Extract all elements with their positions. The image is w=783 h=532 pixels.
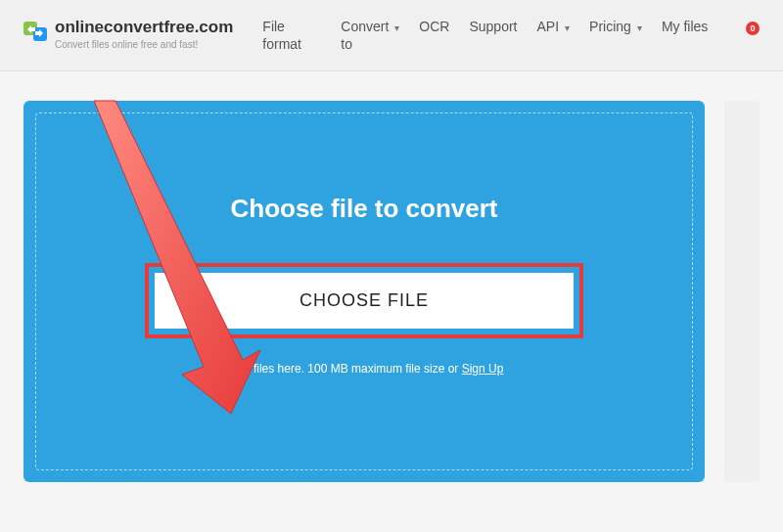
nav-pricing[interactable]: Pricing▾ [589,18,642,53]
chevron-down-icon: ▾ [637,22,642,34]
nav-my-files[interactable]: My files [662,18,708,53]
logo-block[interactable]: onlineconvertfree.com Convert files onli… [23,18,233,50]
logo-subtitle: Convert files online free and fast! [55,39,233,50]
upload-dropzone[interactable]: Choose file to convert CHOOSE FILE Drop … [35,112,693,470]
sidebar-placeholder [724,101,760,482]
choose-file-highlight: CHOOSE FILE [145,263,583,338]
main: Choose file to convert CHOOSE FILE Drop … [0,71,783,482]
choose-file-button[interactable]: CHOOSE FILE [155,273,574,329]
sign-up-link[interactable]: Sign Up [462,362,504,376]
header: onlineconvertfree.com Convert files onli… [0,0,783,71]
logo-icon [23,20,47,43]
logo-title: onlineconvertfree.com [55,18,233,37]
chevron-down-icon: ▾ [394,22,399,34]
chevron-down-icon: ▾ [565,22,570,34]
nav-file-format[interactable]: File format [262,18,321,53]
nav-ocr[interactable]: OCR [419,18,449,53]
drop-hint: Drop files here. 100 MB maximum file siz… [36,362,692,376]
upload-title: Choose file to convert [36,194,692,224]
upload-panel: Choose file to convert CHOOSE FILE Drop … [23,101,705,482]
nav-support[interactable]: Support [469,18,517,53]
nav-convert-to[interactable]: Convert to▾ [341,18,399,53]
nav: File format Convert to▾ OCR Support API▾… [262,18,728,53]
nav-api[interactable]: API▾ [537,18,571,53]
notification-badge[interactable]: 0 [746,22,760,35]
